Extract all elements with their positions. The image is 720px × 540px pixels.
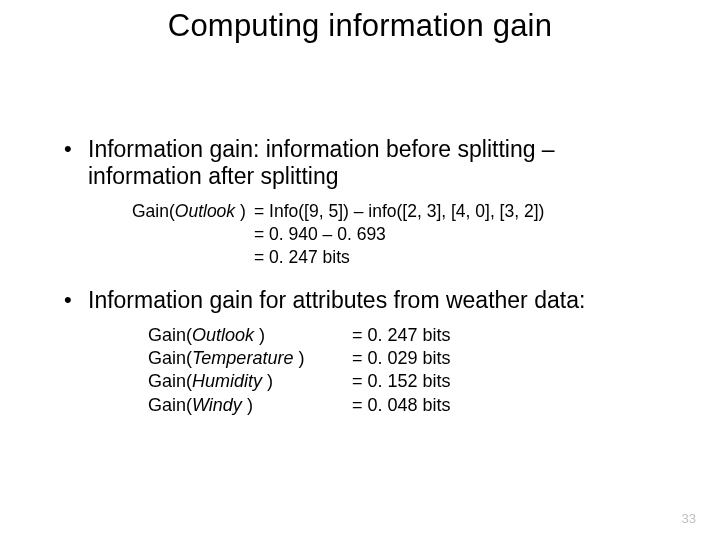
bullet-definition-text: Information gain: information before spl… (88, 136, 555, 189)
page-number: 33 (682, 511, 696, 526)
gain-table: Gain(Outlook ) = 0. 247 bits Gain(Temper… (148, 324, 672, 418)
bullet-definition: Information gain: information before spl… (62, 136, 672, 269)
gain-prefix: Gain( (148, 395, 192, 415)
calc-lhs-prefix: Gain( (132, 201, 175, 221)
gain-attr: Humidity (192, 371, 262, 391)
gain-prefix: Gain( (148, 371, 192, 391)
gain-row-temperature: Gain(Temperature ) = 0. 029 bits (148, 347, 672, 370)
slide-title: Computing information gain (0, 8, 720, 44)
gain-lhs: Gain(Windy ) (148, 394, 352, 417)
gain-suffix: ) (293, 348, 304, 368)
calc-row-1: Gain(Outlook ) = Info([9, 5]) – info([2,… (132, 200, 672, 223)
gain-row-outlook: Gain(Outlook ) = 0. 247 bits (148, 324, 672, 347)
gain-lhs: Gain(Temperature ) (148, 347, 352, 370)
gain-row-windy: Gain(Windy ) = 0. 048 bits (148, 394, 672, 417)
gain-suffix: ) (262, 371, 273, 391)
gain-suffix: ) (254, 325, 265, 345)
calc-lhs-attr: Outlook (175, 201, 235, 221)
gain-lhs: Gain(Humidity ) (148, 370, 352, 393)
gain-prefix: Gain( (148, 348, 192, 368)
calc-rhs-3: = 0. 247 bits (254, 246, 672, 269)
gain-attr: Outlook (192, 325, 254, 345)
calc-rhs-2: = 0. 940 – 0. 693 (254, 223, 672, 246)
gain-value: = 0. 048 bits (352, 394, 451, 417)
calc-block: Gain(Outlook ) = Info([9, 5]) – info([2,… (132, 200, 672, 268)
gain-prefix: Gain( (148, 325, 192, 345)
gain-row-humidity: Gain(Humidity ) = 0. 152 bits (148, 370, 672, 393)
calc-lhs: Gain(Outlook ) (132, 200, 254, 223)
calc-lhs-suffix: ) (235, 201, 246, 221)
slide-body: Information gain: information before spl… (62, 136, 672, 423)
gain-attr: Temperature (192, 348, 293, 368)
bullet-attributes: Information gain for attributes from wea… (62, 287, 672, 418)
bullet-attributes-text: Information gain for attributes from wea… (88, 287, 585, 313)
gain-suffix: ) (242, 395, 253, 415)
slide: Computing information gain Information g… (0, 0, 720, 540)
gain-value: = 0. 152 bits (352, 370, 451, 393)
bullet-list: Information gain: information before spl… (62, 136, 672, 417)
calc-rhs-1: = Info([9, 5]) – info([2, 3], [4, 0], [3… (254, 200, 544, 223)
gain-value: = 0. 247 bits (352, 324, 451, 347)
gain-value: = 0. 029 bits (352, 347, 451, 370)
gain-attr: Windy (192, 395, 242, 415)
gain-lhs: Gain(Outlook ) (148, 324, 352, 347)
